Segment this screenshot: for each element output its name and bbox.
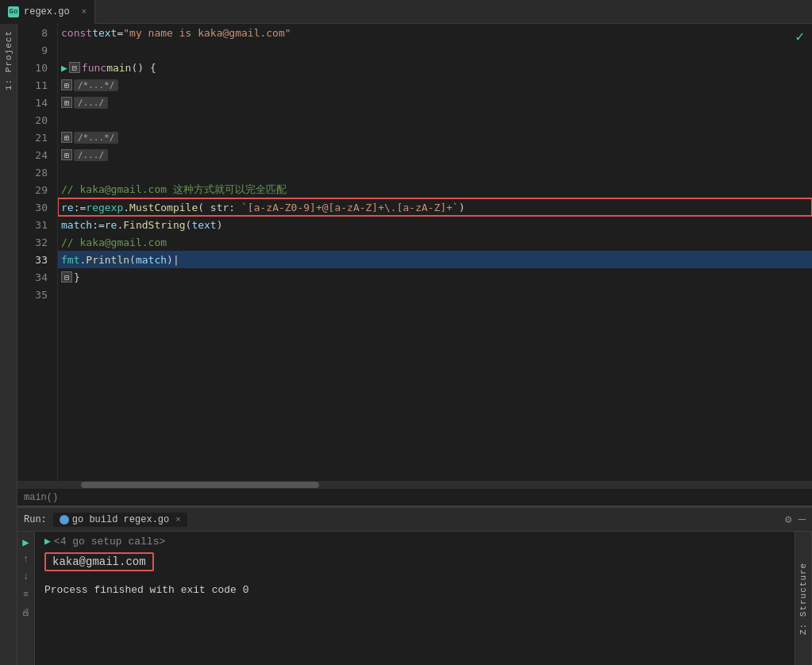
line-number-32: 32 bbox=[17, 233, 57, 251]
run-panel: Run: go build regex.go × ⚙ — ▶ bbox=[17, 506, 812, 665]
breadcrumb-bar: main() bbox=[17, 489, 812, 506]
run-setup-text: <4 go setup calls> bbox=[54, 536, 165, 548]
line-number-20: 20 bbox=[17, 111, 57, 129]
run-exit-line: Process finished with exit code 0 bbox=[44, 584, 785, 596]
code-line-l21: ⊞/*...*/ bbox=[58, 129, 812, 146]
scrollbar-thumb[interactable] bbox=[81, 482, 319, 488]
code-line-l14: ⊞/.../ bbox=[58, 94, 812, 111]
line-number-29: 29 bbox=[17, 181, 57, 198]
run-output-text: kaka@gmail.com bbox=[52, 555, 146, 568]
run-exit-text: Process finished with exit code 0 bbox=[44, 584, 248, 596]
horizontal-scrollbar[interactable] bbox=[17, 481, 812, 489]
run-play-indicator: ▶ bbox=[44, 535, 51, 548]
code-line-l24: ⊞/.../ bbox=[58, 146, 812, 163]
code-line-l34: ⊟} bbox=[58, 268, 812, 286]
run-controls: ⚙ — bbox=[785, 513, 806, 527]
line-number-21: 21 bbox=[17, 129, 57, 146]
gear-icon[interactable]: ⚙ bbox=[785, 513, 791, 526]
breadcrumb: main() bbox=[24, 492, 58, 503]
code-rows: const text = "my name is kaka@gmail.com"… bbox=[58, 24, 812, 303]
code-line-l35 bbox=[58, 286, 812, 303]
run-tab-close[interactable]: × bbox=[175, 515, 181, 525]
run-label: Run: bbox=[24, 514, 47, 525]
run-setup-line: ▶ <4 go setup calls> bbox=[44, 535, 785, 548]
line-number-31: 31 bbox=[17, 216, 57, 233]
code-line-l8: const text = "my name is kaka@gmail.com" bbox=[58, 24, 812, 41]
file-tab[interactable]: Go regex.go × bbox=[0, 0, 95, 24]
line-number-gutter: 891011142021242829303132333435 bbox=[17, 24, 58, 481]
run-wrap-button[interactable]: ≡ bbox=[19, 587, 33, 602]
code-line-l11: ⊞/*...*/ bbox=[58, 76, 812, 94]
code-panel[interactable]: ✓ const text = "my name is kaka@gmail.co… bbox=[58, 24, 812, 481]
run-down-button[interactable]: ↓ bbox=[19, 570, 33, 584]
project-label[interactable]: 1: Project bbox=[4, 30, 13, 90]
run-print-button[interactable]: 🖨 bbox=[19, 605, 33, 619]
code-line-l10: ▶⊟func main() { bbox=[58, 59, 812, 76]
code-line-l28 bbox=[58, 163, 812, 181]
run-tab-icon bbox=[60, 515, 69, 525]
line-number-24: 24 bbox=[17, 146, 57, 163]
run-content: ▶ <4 go setup calls> kaka@gmail.com Proc… bbox=[35, 532, 795, 665]
line-number-14: 14 bbox=[17, 94, 57, 111]
tab-close-button[interactable]: × bbox=[81, 7, 87, 17]
line-number-11: 11 bbox=[17, 76, 57, 94]
code-line-l30: re := regexp.MustCompile( str: `[a-zA-Z0… bbox=[58, 198, 812, 216]
run-up-button[interactable]: ↑ bbox=[19, 552, 33, 567]
run-tab[interactable]: go build regex.go × bbox=[53, 513, 187, 527]
line-number-10: 10 bbox=[17, 59, 57, 76]
code-line-l32: // kaka@gmail.com bbox=[58, 233, 812, 251]
run-header: Run: go build regex.go × ⚙ — bbox=[17, 508, 812, 532]
z-structure-label[interactable]: Z: Structure bbox=[795, 532, 812, 665]
code-line-l29: // kaka@gmail.com 这种方式就可以完全匹配 bbox=[58, 181, 812, 198]
code-line-l9 bbox=[58, 41, 812, 59]
editor-area: 891011142021242829303132333435 ✓ const t… bbox=[17, 24, 812, 481]
line-number-28: 28 bbox=[17, 163, 57, 181]
tab-bar: Go regex.go × bbox=[0, 0, 812, 24]
line-number-33: 33 bbox=[17, 251, 57, 268]
file-tab-name: regex.go bbox=[24, 6, 70, 17]
minimize-icon[interactable]: — bbox=[798, 513, 806, 527]
line-number-9: 9 bbox=[17, 41, 57, 59]
run-tab-name: go build regex.go bbox=[72, 514, 169, 525]
line-number-30: 30 bbox=[17, 198, 57, 216]
run-play-button[interactable]: ▶ bbox=[19, 535, 33, 549]
file-tab-icon: Go bbox=[8, 6, 19, 17]
code-line-l33: fmt.Println(match)| bbox=[58, 251, 812, 268]
line-number-34: 34 bbox=[17, 268, 57, 286]
line-number-35: 35 bbox=[17, 286, 57, 303]
run-body: ▶ ↑ ↓ ≡ 🖨 ▶ <4 go setup calls> kaka@ bbox=[17, 532, 812, 665]
line-number-8: 8 bbox=[17, 24, 57, 41]
code-line-l20 bbox=[58, 111, 812, 129]
run-output-box: kaka@gmail.com bbox=[44, 552, 154, 571]
left-sidebar: 1: Project bbox=[0, 24, 17, 665]
code-line-l31: match := re.FindString(text) bbox=[58, 216, 812, 233]
run-sidebar: ▶ ↑ ↓ ≡ 🖨 bbox=[17, 532, 35, 665]
